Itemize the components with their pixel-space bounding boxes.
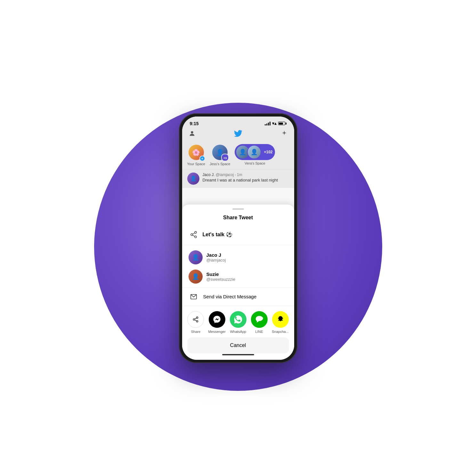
your-space-label: Your Space (187, 162, 205, 166)
tweet-preview: 👤 Jaco J. @iamjacoj · 1m Dreamt I was at… (182, 169, 294, 188)
tweet-handle: @iamjacoj (216, 173, 234, 177)
share-app-icon (187, 311, 204, 328)
apps-row: Share Messenger (182, 307, 294, 336)
svg-line-11 (195, 318, 197, 319)
twitter-nav-header (182, 127, 294, 141)
wifi-icon: ▾▴ (272, 121, 277, 126)
tweet-author-avatar: 👤 (187, 173, 199, 185)
contact-handle-jaco: @iamjacoj (206, 258, 226, 262)
dm-label: Send via Direct Message (203, 294, 257, 299)
svg-point-1 (195, 231, 197, 233)
vera-space-count: +102 (264, 150, 272, 154)
spaces-row: 🌸 + Your Space 👤 +3 Jess's (182, 141, 294, 169)
jess-space-label: Jess's Space (210, 162, 230, 166)
tweet-meta: Jaco J. @iamjacoj · 1m (203, 173, 289, 177)
vera-space-avatar2: 👤 (247, 145, 261, 159)
snapchat-app-icon (272, 311, 289, 328)
spaces-share-label: Let's talk ⚽ (203, 231, 232, 238)
vera-space-label: Vera's Space (245, 161, 265, 165)
scene: 9:15 ▾▴ (0, 0, 476, 476)
messenger-app-icon (209, 311, 225, 328)
svg-point-7 (197, 317, 198, 318)
dm-row[interactable]: Send via Direct Message (182, 287, 294, 306)
whatsapp-app-icon (230, 311, 246, 328)
contact-row-jaco[interactable]: 👤 Jaco J @iamjacoj (182, 248, 294, 267)
line-app-icon (251, 311, 268, 328)
vera-space-pill: 👤 👤 +102 (235, 144, 275, 160)
contact-info-suzie: Suzie @sweetsuzzzie (206, 271, 236, 282)
whatsapp-app-label: WhatsApp (230, 330, 246, 334)
tweet-time: 1m (237, 173, 242, 177)
snapchat-app-label: Snapcha... (272, 330, 289, 334)
app-item-snapchat[interactable]: Snapcha... (272, 311, 289, 334)
your-space-avatar-wrap: 🌸 + (188, 144, 205, 161)
your-space-add-badge: + (199, 156, 205, 161)
status-bar: 9:15 ▾▴ (182, 117, 294, 127)
tweet-text: Dreamt I was at a national park last nig… (203, 178, 289, 182)
app-item-messenger[interactable]: Messenger (208, 311, 225, 334)
svg-point-2 (191, 234, 193, 236)
sheet-title: Share Tweet (182, 215, 294, 221)
phone-inner: 9:15 ▾▴ (182, 117, 294, 360)
phone-screen: 9:15 ▾▴ (182, 117, 294, 360)
svg-line-10 (195, 320, 197, 321)
dm-icon (189, 292, 199, 302)
svg-line-4 (192, 235, 195, 236)
share-space-section[interactable]: Let's talk ⚽ (182, 227, 294, 242)
jess-space-count: +3 (223, 157, 227, 160)
phone-frame: 9:15 ▾▴ (179, 113, 297, 363)
svg-point-8 (193, 319, 195, 320)
spaces-share-icon (189, 230, 199, 240)
space-item-jess-space[interactable]: 👤 +3 Jess's Space (210, 144, 230, 166)
battery-icon (278, 122, 286, 125)
contact-info-jaco: Jaco J @iamjacoj (206, 252, 226, 262)
contact-avatar-jaco: 👤 (189, 250, 203, 264)
contact-row-suzie[interactable]: 👤 Suzie @sweetsuzzzie (182, 267, 294, 286)
status-icons: ▾▴ (265, 121, 286, 126)
status-time: 9:15 (190, 121, 199, 126)
messenger-app-label: Messenger (208, 330, 225, 334)
twitter-logo-icon (234, 130, 242, 139)
profile-icon[interactable] (189, 130, 196, 139)
svg-point-0 (191, 131, 193, 133)
app-item-share[interactable]: Share (187, 311, 205, 334)
svg-point-9 (197, 320, 198, 322)
home-indicator (222, 354, 254, 355)
svg-point-3 (195, 236, 197, 238)
divider-1 (182, 245, 294, 245)
tweet-author-name: Jaco J. (203, 173, 215, 177)
spaces-share-row[interactable]: Let's talk ⚽ (189, 227, 288, 242)
line-app-label: LINE (255, 330, 263, 334)
sparkle-icon[interactable] (281, 130, 288, 139)
space-item-your-space[interactable]: 🌸 + Your Space (187, 144, 205, 166)
contact-avatar-suzie: 👤 (189, 270, 203, 284)
tweet-content: Jaco J. @iamjacoj · 1m Dreamt I was at a… (203, 173, 289, 182)
contact-name-jaco: Jaco J (206, 252, 226, 258)
signal-bars-icon (265, 122, 270, 125)
space-item-vera-space[interactable]: 👤 👤 +102 Vera's Space (235, 144, 275, 165)
contact-name-suzie: Suzie (206, 271, 236, 277)
app-item-whatsapp[interactable]: WhatsApp (230, 311, 247, 334)
app-item-line[interactable]: LINE (251, 311, 268, 334)
share-app-label: Share (191, 330, 200, 334)
share-bottom-sheet: Share Tweet (182, 205, 294, 360)
jess-space-avatar-wrap: 👤 +3 (212, 144, 228, 161)
contact-handle-suzie: @sweetsuzzzie (206, 277, 236, 282)
cancel-button[interactable]: Cancel (187, 337, 289, 353)
sheet-handle (232, 208, 244, 210)
svg-line-5 (192, 233, 195, 234)
